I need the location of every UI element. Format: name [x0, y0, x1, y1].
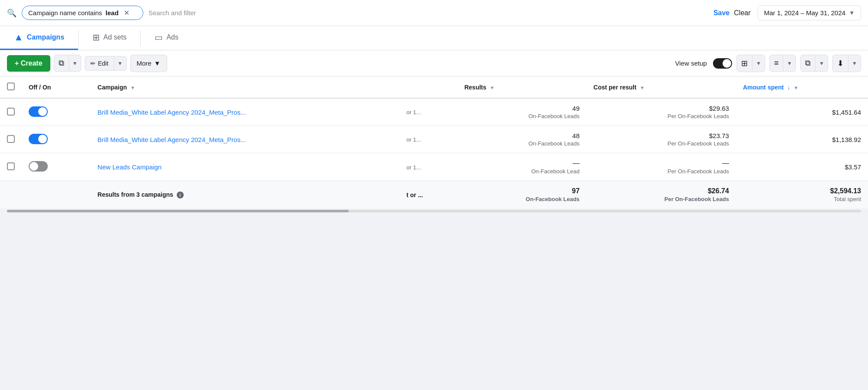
header-checkbox-cell: [0, 76, 22, 98]
summary-results-label: On-Facebook Leads: [464, 196, 579, 202]
summary-cost-cell: $26.74 Per On-Facebook Leads: [587, 181, 736, 209]
save-clear-group: Save Clear: [713, 9, 751, 17]
copy-icon[interactable]: ⧉: [54, 55, 69, 71]
tab-campaigns[interactable]: ▲ Campaigns: [0, 26, 78, 50]
horizontal-scrollbar[interactable]: [0, 208, 868, 214]
columns-button-group: ⊞ ▼: [736, 55, 765, 72]
tab-adsets[interactable]: ⊞ Ad sets: [79, 26, 140, 50]
row1-results-cell: 49 On-Facebook Leads: [457, 98, 586, 126]
filter-clear-icon[interactable]: ✕: [124, 9, 129, 17]
toolbar-right: View setup ⊞ ▼ ≡ ▼ ⧉ ▼ ⬇ ▼: [675, 55, 861, 72]
row3-amount-cell: $3.57: [736, 153, 868, 181]
row2-toggle[interactable]: [29, 134, 48, 144]
adsets-tab-label: Ad sets: [103, 33, 126, 41]
campaign-col-sort-icon: ▼: [130, 85, 135, 90]
tab-ads[interactable]: ▭ Ads: [141, 26, 192, 50]
header-cost-per-result[interactable]: Cost per result ▼: [587, 76, 736, 98]
ads-tab-label: Ads: [166, 33, 178, 41]
summary-checkbox-cell: [0, 181, 22, 209]
row1-amount-cell: $1,451.64: [736, 98, 868, 126]
summary-label-cell: Results from 3 campaigns i: [91, 181, 399, 209]
row3-cost-label: Per On-Facebook Leads: [594, 168, 729, 175]
export-dropdown-icon[interactable]: ▼: [848, 57, 861, 70]
row3-campaign-cell: New Leads Campaign: [91, 153, 399, 181]
create-button[interactable]: + Create: [7, 55, 50, 72]
filter-prefix: Campaign name contains: [28, 9, 102, 17]
row2-cost-value: $23.73: [594, 132, 729, 139]
nav-tabs: ▲ Campaigns ⊞ Ad sets ▭ Ads: [0, 26, 868, 50]
edit-dropdown-icon[interactable]: ▼: [114, 57, 126, 70]
breakdown-dropdown-icon[interactable]: ▼: [815, 57, 828, 70]
row1-checkbox-cell: [0, 98, 22, 126]
row3-toggle-cell: [22, 153, 91, 181]
row2-toggle-cell: [22, 126, 91, 153]
summary-row: Results from 3 campaigns i t or ... 97 O…: [0, 181, 868, 209]
row2-campaign-link[interactable]: Brill Media_White Label Agency 2024_Meta…: [98, 136, 246, 143]
search-placeholder[interactable]: Search and filter: [149, 9, 708, 17]
header-results[interactable]: Results ▼: [457, 76, 586, 98]
table-row: New Leads Campaign or 1... — On-Facebook…: [0, 153, 868, 181]
ads-icon: ▭: [155, 32, 163, 43]
date-range-chevron-icon: ▼: [849, 10, 855, 16]
row3-results-value: —: [464, 159, 579, 167]
row1-amount-value: $1,451.64: [743, 109, 861, 116]
campaigns-table: Off / On Campaign ▼ Results ▼ Cost per r…: [0, 76, 868, 208]
adsets-icon: ⊞: [92, 32, 100, 43]
edit-button-group: ✏ Edit ▼: [85, 56, 126, 71]
search-filter-pill[interactable]: Campaign name contains lead ✕: [22, 6, 143, 20]
export-button-group: ⬇ ▼: [832, 55, 861, 72]
header-campaign[interactable]: Campaign ▼: [91, 76, 399, 98]
summary-truncated: t or ...: [406, 192, 423, 198]
row1-checkbox[interactable]: [7, 108, 15, 116]
row1-toggle[interactable]: [29, 106, 48, 117]
row3-toggle[interactable]: [29, 161, 48, 172]
date-range-label: Mar 1, 2024 – May 31, 2024: [764, 9, 846, 17]
row1-truncated-label: or 1...: [406, 109, 421, 116]
amount-col-sort-icon: ↓: [787, 84, 790, 91]
row2-results-cell: 48 On-Facebook Leads: [457, 126, 586, 153]
row3-checkbox[interactable]: [7, 162, 15, 170]
select-all-checkbox[interactable]: [7, 83, 15, 90]
summary-results-value: 97: [464, 187, 579, 195]
edit-icon[interactable]: ✏ Edit: [85, 56, 114, 70]
view-setup-toggle[interactable]: [713, 58, 732, 69]
row3-cost-cell: — Per On-Facebook Leads: [587, 153, 736, 181]
row2-amount-cell: $1,138.92: [736, 126, 868, 153]
row1-truncated-cell: or 1...: [399, 98, 457, 126]
filter-rows-icon[interactable]: ≡: [770, 55, 784, 71]
header-amount-spent[interactable]: Amount spent ↓ ▼: [736, 76, 868, 98]
row3-amount-value: $3.57: [743, 163, 861, 171]
summary-results-cell: 97 On-Facebook Leads: [457, 181, 586, 209]
row3-campaign-link[interactable]: New Leads Campaign: [98, 163, 162, 171]
summary-info-icon[interactable]: i: [177, 192, 184, 198]
row1-results-label: On-Facebook Leads: [464, 113, 579, 119]
date-range-button[interactable]: Mar 1, 2024 – May 31, 2024 ▼: [758, 5, 861, 20]
columns-dropdown-icon[interactable]: ▼: [752, 57, 765, 70]
save-button[interactable]: Save: [713, 9, 729, 17]
scrollbar-track: [7, 210, 861, 212]
top-bar: 🔍 Campaign name contains lead ✕ Search a…: [0, 0, 868, 26]
row2-truncated-label: or 1...: [406, 136, 421, 143]
clear-button[interactable]: Clear: [734, 9, 750, 17]
more-button[interactable]: More ▼: [130, 55, 167, 72]
cost-col-sort-icon: ▼: [640, 85, 645, 90]
copy-dropdown-icon[interactable]: ▼: [69, 57, 81, 70]
scrollbar-thumb[interactable]: [7, 210, 349, 212]
row2-results-value: 48: [464, 132, 579, 139]
columns-icon[interactable]: ⊞: [737, 55, 752, 72]
row3-results-label: On-Facebook Lead: [464, 168, 579, 175]
row1-cost-label: Per On-Facebook Leads: [594, 113, 729, 119]
row2-campaign-cell: Brill Media_White Label Agency 2024_Meta…: [91, 126, 399, 153]
filter-rows-dropdown-icon[interactable]: ▼: [783, 57, 795, 70]
more-chevron-icon: ▼: [154, 59, 161, 67]
row1-cost-value: $29.63: [594, 105, 729, 112]
export-icon[interactable]: ⬇: [833, 55, 848, 72]
row2-checkbox-cell: [0, 126, 22, 153]
breakdown-icon[interactable]: ⧉: [801, 55, 815, 71]
amount-col-label: Amount spent: [743, 84, 784, 91]
row1-campaign-link[interactable]: Brill Media_White Label Agency 2024_Meta…: [98, 109, 246, 116]
row2-checkbox[interactable]: [7, 135, 15, 143]
breakdown-button-group: ⧉ ▼: [800, 55, 828, 72]
summary-cost-label: Per On-Facebook Leads: [594, 196, 729, 202]
row1-campaign-cell: Brill Media_White Label Agency 2024_Meta…: [91, 98, 399, 126]
